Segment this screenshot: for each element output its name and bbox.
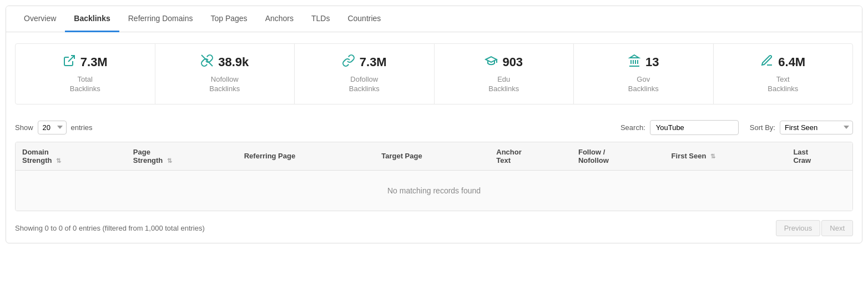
col-follow-nofollow: Follow /Nofollow [572,142,665,171]
tab-overview[interactable]: Overview [15,6,65,32]
previous-button[interactable]: Previous [776,220,821,236]
edu-backlinks-label: Edu Backlinks [488,75,519,94]
edu-backlinks-value: 903 [502,55,523,69]
first-seen-sort-icon: ⇅ [710,153,715,160]
text-backlinks-value: 6.4M [778,55,805,69]
backlinks-table-wrapper: DomainStrength ⇅ PageStrength ⇅ Referrin… [15,142,853,211]
col-target-page: Target Page [375,142,489,171]
total-backlinks-label: Total Backlinks [70,75,100,94]
table-header-row: DomainStrength ⇅ PageStrength ⇅ Referrin… [16,142,852,171]
nofollow-icon [200,54,214,71]
stats-row: 7.3M Total Backlinks 38.9k Nofollow [15,43,853,104]
backlinks-table: DomainStrength ⇅ PageStrength ⇅ Referrin… [16,142,852,211]
dofollow-backlinks-value: 7.3M [360,55,387,69]
search-input[interactable] [650,120,739,135]
tab-referring-domains[interactable]: Referring Domains [119,6,202,32]
stat-nofollow-backlinks: 38.9k Nofollow Backlinks [155,44,295,104]
next-button[interactable]: Next [821,220,853,236]
tab-countries[interactable]: Countries [339,6,390,32]
showing-text: Showing 0 to 0 of 0 entries (filtered fr… [15,224,776,232]
tabs-bar: Overview Backlinks Referring Domains Top… [6,6,862,32]
entries-select[interactable]: 20 10 50 100 [38,121,67,134]
text-backlinks-icon [760,54,774,71]
col-last-craw: LastCraw [786,142,852,171]
gov-backlinks-value: 13 [645,55,659,69]
tab-top-pages[interactable]: Top Pages [201,6,256,32]
dofollow-backlinks-label: Dofollow Backlinks [349,75,380,94]
svg-line-0 [68,56,74,62]
sortby-label: Sort By: [750,123,775,132]
controls-row: Show 20 10 50 100 entries Search: Sort B… [6,116,862,142]
col-page-strength[interactable]: PageStrength ⇅ [127,142,238,171]
gov-backlinks-label: Gov Backlinks [628,75,659,94]
stat-total-backlinks: 7.3M Total Backlinks [16,44,155,104]
stat-edu-backlinks: 903 Edu Backlinks [435,44,574,104]
sortby-select[interactable]: First Seen Last Crawl Domain Strength Pa… [780,121,853,134]
tab-anchors[interactable]: Anchors [256,6,302,32]
no-records-message: No matching records found [16,170,852,211]
page-strength-sort-icon: ⇅ [167,157,172,165]
edu-icon [485,54,498,71]
col-referring-page: Referring Page [238,142,375,171]
tab-backlinks[interactable]: Backlinks [65,6,119,32]
show-label: Show [15,123,33,132]
no-records-row: No matching records found [16,170,852,211]
pagination: Previous Next [776,220,853,236]
col-domain-strength[interactable]: DomainStrength ⇅ [16,142,127,171]
dofollow-icon [342,54,355,71]
col-anchor-text: AnchorText [489,142,572,171]
total-backlinks-value: 7.3M [80,55,108,69]
stat-text-backlinks: 6.4M Text Backlinks [714,44,853,104]
stat-dofollow-backlinks: 7.3M Dofollow Backlinks [295,44,435,104]
svg-marker-7 [630,55,639,58]
nofollow-backlinks-value: 38.9k [218,55,249,69]
col-first-seen[interactable]: First Seen ⇅ [665,142,787,171]
search-label: Search: [620,123,645,132]
stat-gov-backlinks: 13 Gov Backlinks [574,44,714,104]
domain-strength-sort-icon: ⇅ [56,157,61,165]
footer-row: Showing 0 to 0 of 0 entries (filtered fr… [6,213,862,243]
main-container: Overview Backlinks Referring Domains Top… [6,6,862,243]
entries-label: entries [71,123,93,132]
total-backlinks-icon [63,54,76,71]
nofollow-backlinks-label: Nofollow Backlinks [209,75,240,94]
gov-icon [628,54,641,71]
tab-tlds[interactable]: TLDs [302,6,339,32]
text-backlinks-label: Text Backlinks [768,75,798,94]
